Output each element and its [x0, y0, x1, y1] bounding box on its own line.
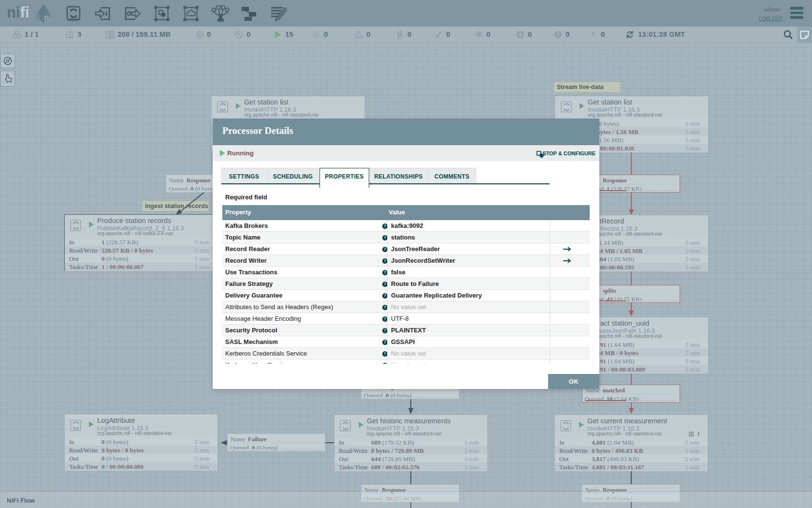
svg-text:?: ?	[384, 247, 386, 252]
svg-text:?: ?	[384, 235, 386, 240]
svg-text:?: ?	[384, 293, 386, 298]
svg-text:?: ?	[384, 340, 386, 344]
svg-text:?: ?	[384, 282, 386, 286]
svg-text:?: ?	[384, 316, 386, 321]
svg-text:?: ?	[384, 270, 386, 275]
svg-text:?: ?	[384, 258, 386, 263]
svg-text:?: ?	[384, 224, 386, 228]
svg-text:?: ?	[384, 363, 386, 364]
svg-text:?: ?	[384, 328, 386, 333]
svg-text:?: ?	[384, 351, 386, 356]
svg-text:?: ?	[384, 305, 386, 310]
